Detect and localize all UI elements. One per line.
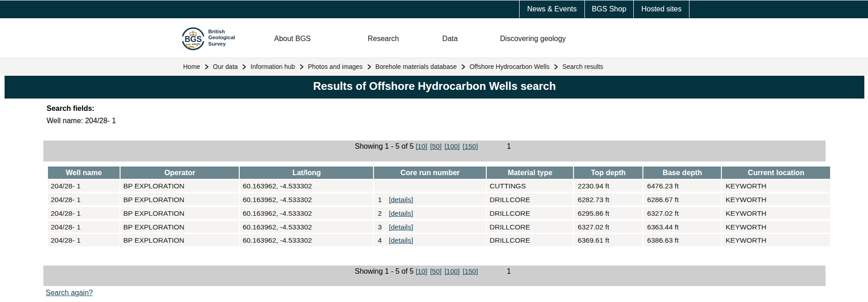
svg-text:BGS: BGS	[184, 35, 202, 44]
